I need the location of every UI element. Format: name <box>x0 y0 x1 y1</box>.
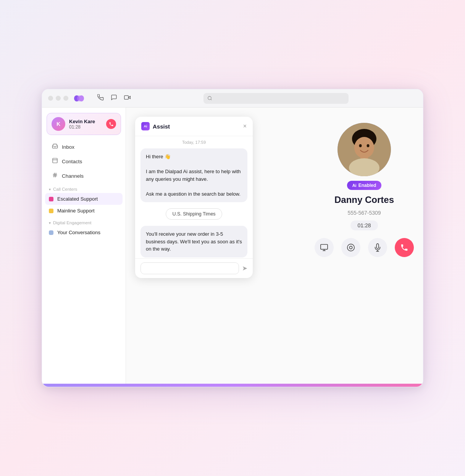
svg-point-15 <box>354 137 374 158</box>
svg-marker-3 <box>128 96 130 99</box>
current-call-card[interactable]: K Kevin Kare 01:28 <box>47 113 121 135</box>
assist-date-divider: Today, 17:59 <box>135 136 253 147</box>
assist-header: Ai Assist × <box>135 117 253 136</box>
ai-badge-icon: Ai <box>352 183 357 188</box>
caller-name: Danny Cortes <box>334 195 394 205</box>
svg-line-12 <box>55 173 56 177</box>
assist-input[interactable] <box>140 262 239 274</box>
hash-icon <box>52 172 58 180</box>
traffic-light-minimize[interactable] <box>56 96 61 101</box>
conversations-dot <box>49 230 53 235</box>
traffic-light-close[interactable] <box>48 96 53 101</box>
greeting-text: Hi there 👋I am the Dialpad Ai assist, he… <box>146 154 241 197</box>
svg-rect-4 <box>124 96 129 100</box>
ai-badge-label: Enabled <box>358 183 376 188</box>
sidebar-item-your-conversations[interactable]: Your Conversations <box>42 227 126 238</box>
call-centers-section-header[interactable]: ▾ Call Centers <box>42 183 126 193</box>
svg-point-2 <box>77 95 81 101</box>
svg-point-5 <box>208 96 212 100</box>
svg-point-18 <box>359 144 362 147</box>
call-card-left: K Kevin Kare 01:28 <box>52 117 95 131</box>
caller-phone: 555-567-5309 <box>347 210 381 216</box>
svg-point-19 <box>367 144 370 147</box>
main-layout: K Kevin Kare 01:28 <box>42 108 423 387</box>
caller-panel: Ai Enabled Danny Cortes 555-567-5309 01:… <box>315 123 414 257</box>
current-call-name: Kevin Kare <box>69 119 95 124</box>
content-area: Ai Assist × Today, 17:59 Hi there 👋I am … <box>126 108 423 387</box>
svg-line-6 <box>211 99 212 100</box>
suggestion-chip[interactable]: U.S. Shipping Times <box>166 208 222 220</box>
chat-icon[interactable] <box>111 94 117 102</box>
assist-greeting-message: Hi there 👋I am the Dialpad Ai assist, he… <box>140 148 247 202</box>
titlebar <box>42 89 423 108</box>
escalated-dot <box>49 197 53 201</box>
sidebar-item-contacts[interactable]: Contacts <box>45 154 123 169</box>
call-controls <box>315 238 414 257</box>
inbox-icon <box>52 143 58 151</box>
channels-label: Channels <box>62 173 84 179</box>
svg-point-24 <box>349 246 352 249</box>
assist-messages: Today, 17:59 Hi there 👋I am the Dialpad … <box>135 136 253 258</box>
ai-enabled-badge: Ai Enabled <box>347 181 382 190</box>
video-icon[interactable] <box>124 94 131 102</box>
suggestion-row: U.S. Shipping Times <box>135 204 253 224</box>
sidebar-item-escalated-support[interactable]: Escalated Support <box>45 193 123 205</box>
end-call-button[interactable] <box>395 238 414 257</box>
assist-title-label: Assist <box>153 123 170 130</box>
current-call-timer: 01:28 <box>69 124 95 130</box>
inbox-label: Inbox <box>62 144 74 150</box>
sidebar-item-inbox[interactable]: Inbox <box>45 140 123 154</box>
mute-button[interactable] <box>368 238 387 257</box>
sidebar: K Kevin Kare 01:28 <box>42 108 126 387</box>
your-conversations-label: Your Conversations <box>57 230 100 235</box>
assist-panel: Ai Assist × Today, 17:59 Hi there 👋I am … <box>135 117 253 278</box>
call-end-button[interactable] <box>106 119 116 129</box>
assist-response-message: You'll receive your new order in 3-5 bus… <box>140 226 247 257</box>
screen-share-button[interactable] <box>315 238 334 257</box>
svg-rect-7 <box>53 158 57 163</box>
sidebar-item-mainline-support[interactable]: Mainline Support <box>42 205 126 217</box>
svg-point-23 <box>347 244 354 251</box>
escalated-support-label: Escalated Support <box>57 196 98 202</box>
call-centers-chevron: ▾ <box>49 187 51 191</box>
call-card-info: Kevin Kare 01:28 <box>69 119 95 130</box>
ai-logo-icon: Ai <box>141 122 150 130</box>
svg-rect-20 <box>321 244 328 249</box>
titlebar-icons <box>97 94 131 102</box>
app-logo <box>73 94 85 103</box>
current-call-avatar: K <box>52 117 65 131</box>
search-bar[interactable] <box>203 93 349 104</box>
traffic-light-maximize[interactable] <box>63 96 68 101</box>
contacts-icon <box>52 158 58 165</box>
record-button[interactable] <box>341 238 360 257</box>
digital-engagement-chevron: ▾ <box>49 221 51 225</box>
digital-engagement-section-header[interactable]: ▾ Digital Engagement <box>42 217 126 227</box>
svg-line-11 <box>54 173 54 177</box>
digital-engagement-label: Digital Engagement <box>53 220 91 225</box>
assist-title: Ai Assist <box>141 122 170 130</box>
sidebar-item-channels[interactable]: Channels <box>45 169 123 183</box>
assist-close-button[interactable]: × <box>243 123 247 130</box>
call-centers-label: Call Centers <box>53 187 77 191</box>
contacts-label: Contacts <box>62 159 82 164</box>
assist-send-button[interactable]: ➤ <box>242 264 247 272</box>
phone-icon[interactable] <box>97 94 104 102</box>
caller-timer: 01:28 <box>350 220 378 230</box>
mainline-dot <box>49 209 53 213</box>
mainline-support-label: Mainline Support <box>57 208 95 214</box>
browser-window: K Kevin Kare 01:28 <box>42 89 423 387</box>
traffic-lights <box>48 96 68 101</box>
assist-input-area: ➤ <box>135 258 253 278</box>
caller-avatar <box>337 123 391 176</box>
